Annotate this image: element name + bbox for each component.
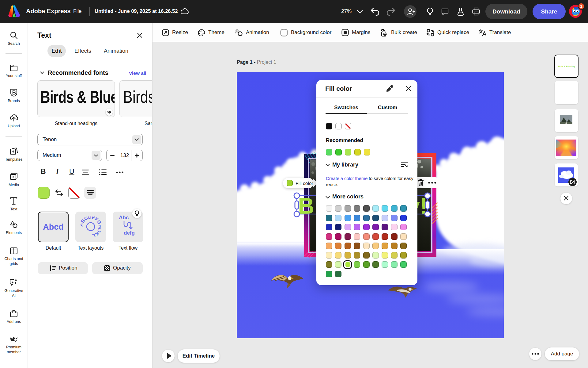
svg-text:1: 1 (580, 4, 582, 9)
svg-text:ABCDEFGHIJKL: ABCDEFGHIJKL (81, 217, 101, 237)
